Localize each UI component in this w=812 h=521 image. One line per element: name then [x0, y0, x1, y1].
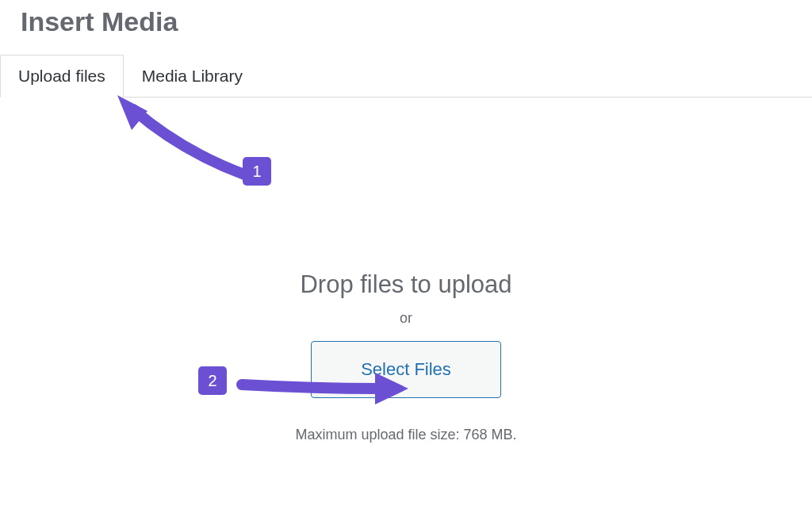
- upload-area: Drop files to upload or Select Files Max…: [0, 98, 812, 443]
- tab-media-library[interactable]: Media Library: [124, 55, 261, 97]
- page-title: Insert Media: [0, 0, 812, 37]
- tabs-container: Upload files Media Library: [0, 55, 812, 98]
- select-files-button[interactable]: Select Files: [311, 341, 501, 398]
- max-upload-size-label: Maximum upload file size: 768 MB.: [0, 427, 812, 443]
- tab-upload-files[interactable]: Upload files: [0, 55, 124, 98]
- drop-files-label: Drop files to upload: [0, 270, 812, 299]
- or-label: or: [0, 310, 812, 327]
